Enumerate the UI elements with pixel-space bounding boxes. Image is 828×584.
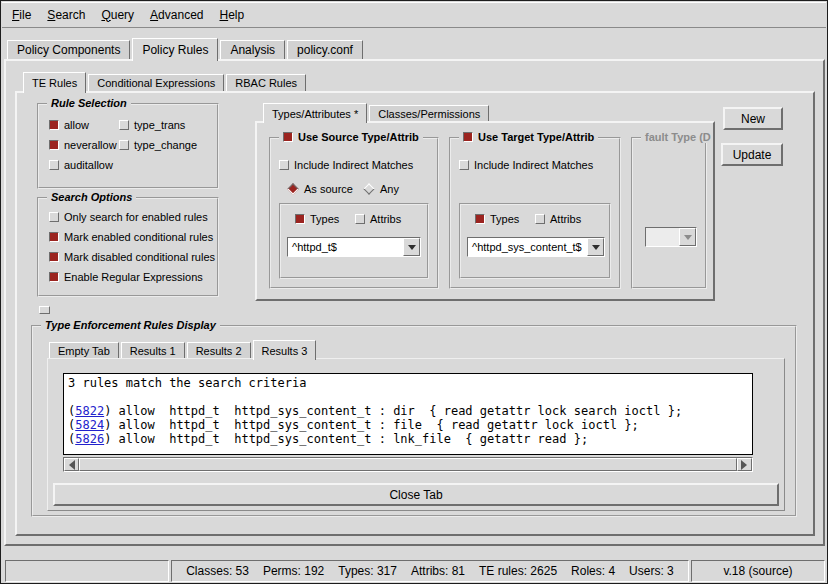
checkbox-indicator <box>119 120 129 130</box>
checkbox-regex[interactable]: Enable Regular Expressions <box>49 271 203 283</box>
results-summary: 3 rules match the search criteria <box>68 376 748 390</box>
checkbox-only-enabled[interactable]: Only search for enabled rules <box>49 211 208 223</box>
tab-conditional-expressions[interactable]: Conditional Expressions <box>88 74 224 91</box>
tab-analysis[interactable]: Analysis <box>220 40 285 59</box>
checkbox-target-types[interactable]: Types <box>475 213 519 225</box>
checkbox-label: Include Indirect Matches <box>294 159 413 171</box>
checkbox-source-attribs[interactable]: Attribs <box>355 213 401 225</box>
tab-results-2[interactable]: Results 2 <box>187 342 251 358</box>
checkbox-type-change[interactable]: type_change <box>119 139 197 151</box>
default-type-group: fault Type (Disa <box>631 137 707 289</box>
checkbox-indicator <box>283 132 293 142</box>
blank-line <box>68 390 748 404</box>
combobox-dropdown-button[interactable] <box>587 238 604 256</box>
radio-indicator <box>287 183 298 194</box>
default-type-combobox <box>645 227 697 247</box>
checkbox-source-types[interactable]: Types <box>295 213 339 225</box>
checkbox-indicator <box>355 214 365 224</box>
checkbox-target-attribs[interactable]: Attribs <box>535 213 581 225</box>
stat-attribs: Attribs: 81 <box>411 564 465 578</box>
new-button[interactable]: New <box>723 107 783 130</box>
scroll-left-button[interactable] <box>64 458 79 471</box>
chevron-down-icon <box>408 245 416 254</box>
combobox-value <box>646 228 679 246</box>
tab-types-attributes[interactable]: Types/Attributes * <box>263 103 367 123</box>
checkbox-label: auditallow <box>64 159 113 171</box>
checkbox-source-indirect[interactable]: Include Indirect Matches <box>279 159 413 171</box>
checkbox-target-indirect[interactable]: Include Indirect Matches <box>459 159 593 171</box>
combobox-value: ^httpd_sys_content_t$ <box>468 238 587 256</box>
menu-file[interactable]: File <box>4 4 39 26</box>
checkbox-label: Types <box>490 213 519 225</box>
checkbox-label: Attribs <box>550 213 581 225</box>
checkbox-use-source[interactable] <box>283 132 293 142</box>
checkbox-label: Attribs <box>370 213 401 225</box>
update-button[interactable]: Update <box>721 143 783 166</box>
checkbox-indicator <box>459 160 469 170</box>
group-title: Rule Selection <box>47 97 131 109</box>
statusbar-stats-segment: Classes: 53 Perms: 192 Types: 317 Attrib… <box>171 560 689 582</box>
close-tab-button[interactable]: Close Tab <box>53 483 779 506</box>
checkbox-mark-enabled[interactable]: Mark enabled conditional rules <box>49 231 213 243</box>
menu-query[interactable]: Query <box>93 4 142 26</box>
tab-policy-rules[interactable]: Policy Rules <box>132 38 218 61</box>
source-type-combobox[interactable]: ^httpd_t$ <box>287 237 421 257</box>
tab-rbac-rules[interactable]: RBAC Rules <box>226 74 306 91</box>
checkbox-indicator <box>49 160 59 170</box>
radio-as-source[interactable]: As source <box>287 183 353 195</box>
combobox-dropdown-button <box>679 228 696 246</box>
target-type-group: Use Target Type/Attrib Include Indirect … <box>449 137 621 289</box>
tab-empty[interactable]: Empty Tab <box>49 342 119 358</box>
horizontal-scrollbar[interactable] <box>63 457 753 472</box>
tab-classes-permissions[interactable]: Classes/Permissions <box>369 105 489 121</box>
rule-line: (5826) allow httpd_t httpd_sys_content_t… <box>68 432 748 446</box>
rule-id-link[interactable]: 5824 <box>75 418 104 432</box>
scroll-right-button[interactable] <box>737 458 752 471</box>
pane-sash-handle[interactable] <box>39 306 50 314</box>
tab-results-3[interactable]: Results 3 <box>253 340 317 360</box>
rule-id-link[interactable]: 5826 <box>75 432 104 446</box>
checkbox-type-trans[interactable]: type_trans <box>119 119 185 131</box>
checkbox-indicator <box>119 140 129 150</box>
tab-label: RBAC Rules <box>235 77 297 89</box>
radio-label: As source <box>304 183 353 195</box>
menu-search[interactable]: Search <box>39 4 93 26</box>
menu-advanced[interactable]: Advanced <box>142 4 211 26</box>
tab-policy-components[interactable]: Policy Components <box>7 40 130 59</box>
checkbox-allow[interactable]: allow <box>49 119 89 131</box>
rule-id-link[interactable]: 5822 <box>75 404 104 418</box>
checkbox-label: Only search for enabled rules <box>64 211 208 223</box>
checkbox-indicator <box>295 214 305 224</box>
main-tab-bar: Policy Components Policy Rules Analysis … <box>7 38 365 61</box>
tab-policy-conf[interactable]: policy.conf <box>287 40 363 59</box>
menu-help[interactable]: Help <box>211 4 252 26</box>
radio-label: Any <box>380 183 399 195</box>
checkbox-indicator <box>463 132 473 142</box>
combobox-dropdown-button[interactable] <box>403 238 420 256</box>
target-type-combobox[interactable]: ^httpd_sys_content_t$ <box>467 237 605 257</box>
search-options-group: Search Options Only search for enabled r… <box>37 197 219 297</box>
te-rules-display-group: Type Enforcement Rules Display Empty Tab… <box>31 325 797 517</box>
checkbox-neverallow[interactable]: neverallow <box>49 139 117 151</box>
arrow-right-icon <box>741 460 752 470</box>
rule-selection-group: Rule Selection allow type_trans neverall… <box>37 103 219 189</box>
button-label: Update <box>733 148 772 162</box>
tab-label: Analysis <box>230 43 275 57</box>
radio-any[interactable]: Any <box>363 183 399 195</box>
tab-results-1[interactable]: Results 1 <box>121 342 185 358</box>
rules-tab-bar: TE Rules Conditional Expressions RBAC Ru… <box>23 70 308 93</box>
checkbox-indicator <box>49 252 59 262</box>
stat-perms: Perms: 192 <box>263 564 324 578</box>
tab-label: Results 2 <box>196 345 242 357</box>
checkbox-indicator <box>49 212 59 222</box>
scrollbar-thumb[interactable] <box>79 458 737 471</box>
group-title: Type Enforcement Rules Display <box>41 319 220 331</box>
rule-line: (5822) allow httpd_t httpd_sys_content_t… <box>68 404 748 418</box>
checkbox-label: type_trans <box>134 119 185 131</box>
checkbox-mark-disabled[interactable]: Mark disabled conditional rules <box>49 251 215 263</box>
tab-te-rules[interactable]: TE Rules <box>23 72 86 93</box>
stat-te-rules: TE rules: 2625 <box>479 564 557 578</box>
checkbox-auditallow[interactable]: auditallow <box>49 159 113 171</box>
arrow-left-icon <box>64 460 75 470</box>
checkbox-use-target[interactable] <box>463 132 473 142</box>
